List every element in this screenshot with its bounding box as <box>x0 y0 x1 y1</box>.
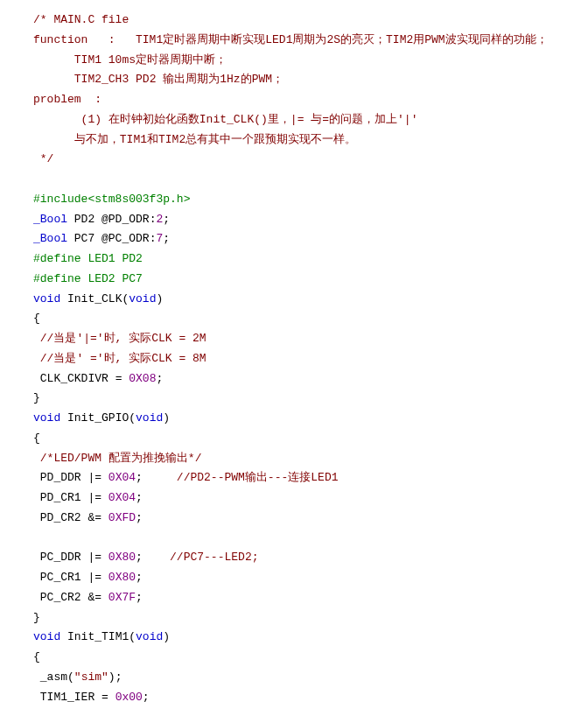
brace: } <box>33 391 40 404</box>
comment-line: /*LED/PWM 配置为推挽输出*/ <box>33 452 201 465</box>
fn-decl-init-clk: void Init_CLK(void) <box>33 292 163 305</box>
comment-line: //当是' ='时, 实际CLK = 8M <box>33 352 206 365</box>
code-line: PC_DDR |= 0X80; //PC7---LED2; <box>33 551 258 564</box>
code-line: _asm("sim"); <box>33 670 122 684</box>
code-line: CLK_CKDIVR = 0X08; <box>33 372 163 385</box>
code-line: _Bool PD2 @PD_ODR:2; <box>33 213 170 226</box>
code-block: /* MAIN.C file function : TIM1定时器周期中断实现L… <box>14 11 574 702</box>
comment-line: /* MAIN.C file <box>33 13 129 26</box>
comment-line: (1) 在时钟初始化函数Init_CLK()里，|= 与=的问题，加上'|' <box>33 113 417 126</box>
include-directive: #include<stm8s003f3p.h> <box>33 193 190 206</box>
comment-line: //当是'|='时, 实际CLK = 2M <box>33 332 206 345</box>
comment-line: 与不加，TIM1和TIM2总有其中一个跟预期实现不一样。 <box>33 133 356 146</box>
comment-line: TIM2_CH3 PD2 输出周期为1Hz的PWM； <box>33 73 284 86</box>
fn-decl-init-tim1: void Init_TIM1(void) <box>33 630 170 643</box>
brace: { <box>33 650 40 663</box>
comment-line: TIM1 10ms定时器周期中断； <box>33 53 227 67</box>
code-line: PD_DDR |= 0X04; //PD2--PWM输出---连接LED1 <box>33 471 338 484</box>
comment-line: function : TIM1定时器周期中断实现LED1周期为2S的亮灭；TIM… <box>33 33 548 46</box>
define-directive: #define LED2 PC7 <box>33 272 143 285</box>
comment-line: problem : <box>33 93 102 106</box>
code-line: PC_CR2 &= 0X7F; <box>33 591 143 604</box>
fn-decl-init-gpio: void Init_GPIO(void) <box>33 411 170 425</box>
brace: } <box>33 611 40 624</box>
code-line: PD_CR2 &= 0XFD; <box>33 511 143 524</box>
code-line: PD_CR1 |= 0X04; <box>33 491 143 504</box>
code-line: _Bool PC7 @PC_ODR:7; <box>33 232 170 245</box>
comment-line: */ <box>33 152 53 165</box>
define-directive: #define LED1 PD2 <box>33 252 143 265</box>
brace: { <box>33 312 40 325</box>
code-line: TIM1_IER = 0x00; <box>33 691 150 703</box>
brace: { <box>33 432 40 445</box>
code-line: PC_CR1 |= 0X80; <box>33 571 143 584</box>
